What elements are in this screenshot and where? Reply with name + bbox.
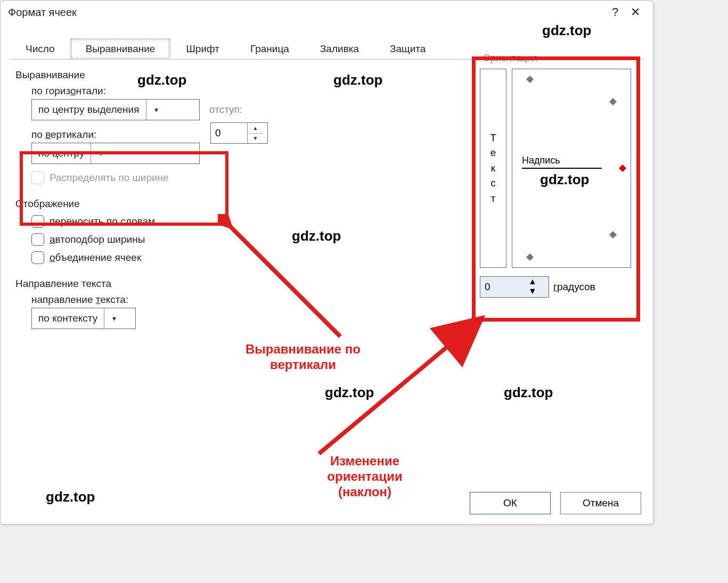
vtext-t: Т (490, 130, 496, 146)
direction-select[interactable]: по контексту ▾ (31, 308, 136, 329)
dial-tick-icon (526, 76, 534, 83)
degrees-input[interactable] (480, 277, 528, 297)
orientation-group: Ориентация Т е к с т Надпись (473, 60, 638, 321)
degrees-spinner[interactable]: ▲ ▼ (480, 276, 549, 298)
dial-line (522, 168, 602, 169)
dialog-title: Формат ячеек (8, 6, 605, 19)
svg-line-1 (319, 321, 479, 454)
indent-spin-down[interactable]: ▼ (248, 134, 263, 144)
degrees-spin-down[interactable]: ▼ (528, 286, 537, 296)
orientation-inner: Т е к с т Надпись (473, 60, 637, 273)
vertical-select[interactable]: по центру ▾ (31, 143, 200, 164)
wrap-checkbox[interactable] (31, 215, 44, 228)
alignment-panel: Выравнивание по горизонтали: по центру в… (10, 59, 643, 507)
chevron-down-icon: ▾ (91, 143, 111, 163)
merge-label: объединение ячеек (50, 252, 141, 264)
indent-spin-up[interactable]: ▲ (248, 123, 263, 134)
tab-border[interactable]: Граница (235, 38, 305, 60)
tab-number[interactable]: Число (10, 38, 70, 60)
tab-strip: Число Выравнивание Шрифт Граница Заливка… (1, 38, 653, 59)
annotation-orientation-change: Изменениеориентации(наклон) (306, 454, 423, 499)
horizontal-select[interactable]: по центру выделения ▾ (31, 99, 200, 120)
tab-fill[interactable]: Заливка (305, 38, 374, 60)
arrow-to-orientation-box (308, 310, 489, 464)
dial-handle-icon[interactable] (619, 165, 626, 172)
chevron-down-icon: ▾ (104, 308, 124, 329)
annotation-vertical-alignment: Выравнивание повертикали (228, 342, 378, 373)
dial-tick-icon (526, 253, 534, 261)
titlebar: Формат ячеек ? ✕ (1, 1, 653, 24)
vtext-t2: т (491, 191, 496, 207)
format-cells-dialog: Формат ячеек ? ✕ Число Выравнивание Шриф… (0, 0, 653, 524)
dial-tick-icon (609, 98, 617, 105)
close-icon[interactable]: ✕ (625, 5, 645, 19)
merge-checkbox[interactable] (31, 251, 44, 264)
degrees-spin-buttons: ▲ ▼ (528, 277, 537, 297)
degrees-row: ▲ ▼ градусов (473, 276, 637, 298)
help-icon[interactable]: ? (605, 5, 625, 19)
distribute-checkbox (31, 171, 44, 184)
cancel-button[interactable]: Отмена (560, 492, 641, 514)
vtext-e: е (490, 145, 496, 161)
orientation-dial[interactable]: Надпись (512, 69, 631, 268)
tab-protection[interactable]: Защита (374, 38, 441, 60)
button-row: ОК Отмена (470, 492, 641, 514)
chevron-down-icon: ▾ (146, 100, 166, 120)
dial-tick-icon (609, 231, 617, 239)
shrink-label: автоподбор ширины (50, 234, 145, 245)
degrees-spin-up[interactable]: ▲ (528, 277, 537, 286)
degrees-label: градусов (553, 281, 595, 293)
dial-label: Надпись (522, 155, 560, 166)
vtext-k: к (491, 161, 495, 176)
tab-font[interactable]: Шрифт (170, 38, 235, 60)
vertical-select-value: по центру (32, 147, 91, 159)
indent-label: отступ: (209, 104, 242, 116)
orientation-group-label: Ориентация (480, 53, 541, 64)
ok-button[interactable]: ОК (470, 492, 551, 514)
tab-alignment[interactable]: Выравнивание (70, 38, 171, 60)
direction-select-value: по контексту (32, 313, 104, 324)
distribute-label: Распределять по ширине (50, 172, 169, 184)
wrap-label: переносить по словам (50, 216, 155, 227)
horizontal-select-value: по центру выделения (32, 104, 146, 116)
vtext-s: с (490, 176, 496, 191)
indent-spinner[interactable]: ▲ ▼ (210, 122, 268, 144)
indent-input[interactable] (211, 123, 247, 143)
shrink-checkbox[interactable] (31, 233, 44, 246)
indent-spin-buttons: ▲ ▼ (247, 123, 263, 143)
vertical-text-button[interactable]: Т е к с т (480, 69, 506, 268)
